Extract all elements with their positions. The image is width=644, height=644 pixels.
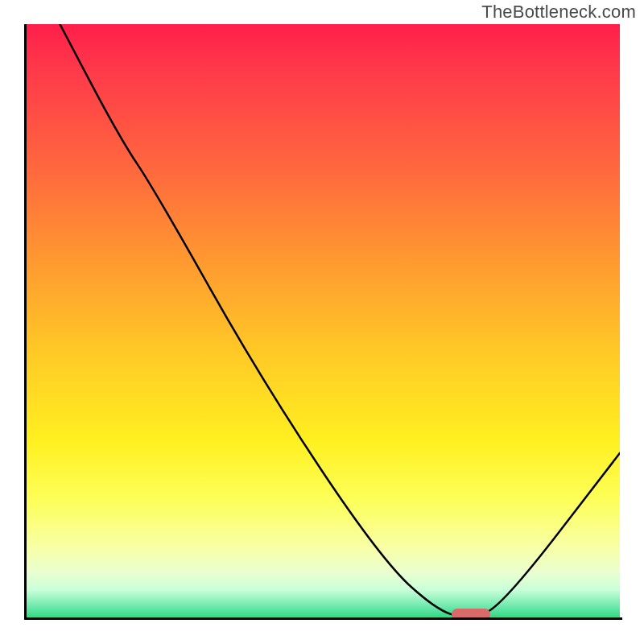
watermark-text: TheBottleneck.com (481, 2, 636, 23)
y-axis (24, 24, 27, 620)
chart-container: TheBottleneck.com (0, 0, 644, 644)
x-axis (24, 617, 622, 620)
plot-area (24, 24, 620, 620)
bottleneck-curve (24, 24, 620, 620)
